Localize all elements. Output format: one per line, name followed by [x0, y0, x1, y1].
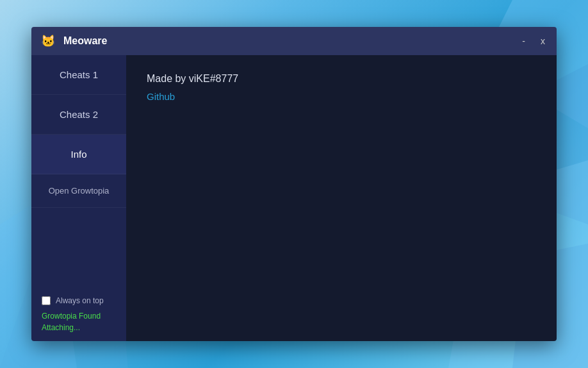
made-by-text: Made by viKE#8777 — [147, 73, 536, 85]
sidebar-item-cheats2[interactable]: Cheats 2 — [31, 95, 126, 135]
app-window: 🐱 Meoware - x Cheats 1 Cheats 2 Info Ope… — [31, 27, 557, 341]
minimize-button[interactable]: - — [518, 35, 529, 47]
close-button[interactable]: x — [537, 35, 549, 47]
title-bar: 🐱 Meoware - x — [31, 27, 557, 55]
main-area: Cheats 1 Cheats 2 Info Open Growtopia Al… — [31, 55, 557, 341]
github-link[interactable]: Github — [147, 91, 175, 102]
content-area: Made by viKE#8777 Github — [126, 55, 557, 341]
status-text: Growtopia Found Attaching... — [42, 310, 116, 333]
sidebar-item-open-growtopia[interactable]: Open Growtopia — [31, 174, 126, 208]
sidebar: Cheats 1 Cheats 2 Info Open Growtopia Al… — [31, 55, 126, 341]
always-on-top-checkbox[interactable] — [42, 296, 51, 305]
status-line1: Growtopia Found — [42, 310, 116, 322]
sidebar-item-cheats1[interactable]: Cheats 1 — [31, 55, 126, 95]
sidebar-item-info[interactable]: Info — [31, 135, 126, 174]
app-icon: 🐱 — [39, 32, 57, 50]
window-title: Meoware — [63, 35, 518, 47]
always-on-top-label: Always on top — [56, 296, 104, 305]
sidebar-bottom: Always on top Growtopia Found Attaching.… — [31, 289, 126, 341]
always-on-top-row: Always on top — [42, 296, 116, 305]
window-controls: - x — [518, 35, 549, 47]
status-line2: Attaching... — [42, 322, 116, 333]
